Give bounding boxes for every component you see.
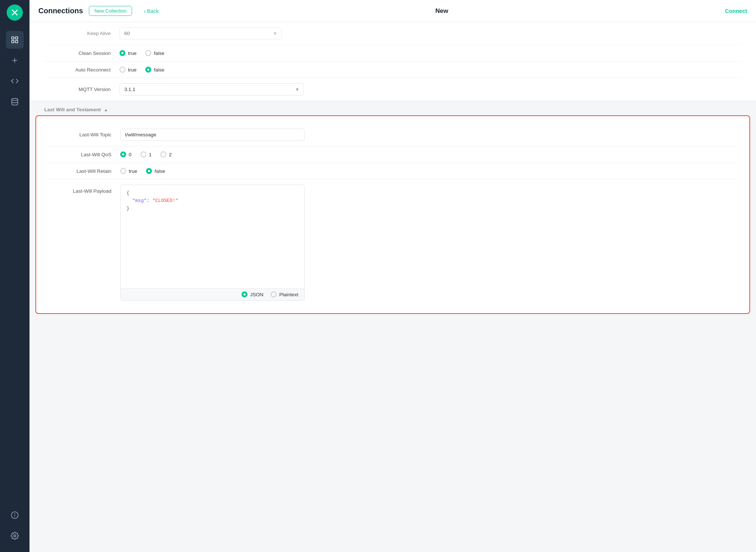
content-area: Keep Alive 60 ▼ Clean Session tru — [30, 22, 756, 552]
mqtt-version-select[interactable]: 3.1.1 5.0 3.1 — [119, 83, 304, 95]
lwt-qos-2-radio[interactable] — [160, 151, 166, 157]
topbar: Connections New Collection ‹ Back New Co… — [30, 0, 756, 22]
main-area: Connections New Collection ‹ Back New Co… — [30, 0, 756, 552]
lwt-topic-input[interactable] — [120, 129, 305, 141]
auto-reconnect-true-radio[interactable] — [119, 67, 125, 73]
payload-format-footer: JSON Plaintext — [121, 288, 304, 300]
lwt-qos-2-label: 2 — [169, 152, 172, 157]
topbar-center: New — [159, 7, 725, 15]
clean-session-label: Clean Session — [44, 50, 111, 56]
svg-rect-0 — [12, 37, 14, 39]
auto-reconnect-false[interactable]: false — [145, 67, 164, 73]
sidebar-item-info[interactable] — [6, 506, 24, 524]
lwt-payload-label: Last-Will Payload — [45, 185, 111, 194]
svg-point-10 — [14, 535, 16, 537]
auto-reconnect-false-radio[interactable] — [145, 67, 151, 73]
lwt-qos-control: 0 1 2 — [120, 151, 741, 157]
keep-alive-row: Keep Alive 60 ▼ — [44, 22, 741, 45]
mqtt-version-dropdown-wrap: 3.1.1 5.0 3.1 ▼ — [119, 83, 304, 95]
mqtt-version-label: MQTT Version — [44, 87, 111, 92]
new-collection-button[interactable]: New Collection — [89, 6, 132, 16]
svg-rect-1 — [15, 37, 18, 39]
lwt-retain-true-radio[interactable] — [120, 168, 126, 174]
format-plaintext-label: Plaintext — [279, 292, 298, 297]
connect-button[interactable]: Connect — [725, 8, 747, 14]
sidebar-item-data[interactable] — [6, 93, 24, 111]
top-partial-section: Keep Alive 60 ▼ Clean Session tru — [30, 22, 756, 101]
lwt-topic-row: Last-Will Topic — [45, 123, 741, 146]
lwt-qos-0-label: 0 — [129, 152, 132, 157]
format-plaintext[interactable]: Plaintext — [271, 291, 298, 297]
format-json[interactable]: JSON — [242, 291, 263, 297]
lwt-payload-control: { "msg": "CLOSED!" } JSON Plainte — [120, 185, 741, 301]
lwt-collapse-icon[interactable]: ▲ — [104, 108, 108, 112]
code-line-1: { — [126, 189, 298, 197]
auto-reconnect-true-label: true — [128, 67, 136, 73]
lwt-qos-0[interactable]: 0 — [120, 151, 132, 157]
clean-session-true-label: true — [128, 50, 136, 56]
sidebar-item-add[interactable] — [6, 52, 24, 69]
clean-session-true-radio[interactable] — [119, 50, 125, 56]
sidebar-item-connections[interactable] — [6, 31, 24, 49]
lwt-retain-true-label: true — [129, 168, 137, 174]
lwt-qos-1-label: 1 — [149, 152, 152, 157]
clean-session-true[interactable]: true — [119, 50, 136, 56]
page-title: New — [435, 7, 448, 15]
lwt-payload-row: Last-Will Payload { "msg": "CLOSED!" } J… — [45, 179, 741, 306]
lwt-qos-0-radio[interactable] — [120, 151, 126, 157]
lwt-section-title: Last Will and Testament — [44, 107, 101, 112]
keep-alive-select[interactable]: 60 — [119, 27, 282, 39]
auto-reconnect-row: Auto Reconnect true false — [44, 62, 741, 78]
sidebar-item-settings[interactable] — [6, 527, 24, 545]
lwt-retain-control: true false — [120, 168, 741, 174]
lwt-section-header: Last Will and Testament ▲ — [30, 101, 756, 115]
mqtt-version-row: MQTT Version 3.1.1 5.0 3.1 ▼ — [44, 78, 741, 101]
mqtt-version-control: 3.1.1 5.0 3.1 ▼ — [119, 83, 741, 95]
lwt-retain-label: Last-Will Retain — [45, 168, 111, 174]
back-chevron-icon: ‹ — [144, 8, 146, 14]
lwt-retain-row: Last-Will Retain true false — [45, 163, 741, 179]
lwt-qos-1[interactable]: 1 — [141, 151, 152, 157]
lwt-section-box: Last-Will Topic Last-Will QoS 0 1 — [35, 115, 750, 314]
code-line-3: } — [126, 205, 298, 213]
lwt-qos-2[interactable]: 2 — [160, 151, 172, 157]
clean-session-false-radio[interactable] — [145, 50, 151, 56]
sidebar — [0, 0, 30, 552]
back-button[interactable]: ‹ Back — [144, 8, 159, 14]
lwt-topic-label: Last-Will Topic — [45, 132, 111, 137]
lwt-qos-1-radio[interactable] — [141, 151, 146, 157]
clean-session-row: Clean Session true false — [44, 45, 741, 62]
lwt-retain-false-radio[interactable] — [146, 168, 152, 174]
code-line-2: "msg": "CLOSED!" — [126, 197, 298, 205]
lwt-qos-label: Last-Will QoS — [45, 152, 111, 157]
format-json-radio[interactable] — [242, 291, 247, 297]
lwt-qos-row: Last-Will QoS 0 1 2 — [45, 146, 741, 163]
lwt-retain-false-label: false — [155, 168, 165, 174]
back-label: Back — [147, 8, 159, 14]
auto-reconnect-true[interactable]: true — [119, 67, 136, 73]
lwt-retain-true[interactable]: true — [120, 168, 137, 174]
lwt-payload-editor[interactable]: { "msg": "CLOSED!" } — [121, 185, 304, 288]
keep-alive-label: Keep Alive — [44, 31, 111, 36]
format-json-label: JSON — [250, 292, 263, 297]
format-plaintext-radio[interactable] — [271, 291, 277, 297]
lwt-retain-false[interactable]: false — [146, 168, 165, 174]
sidebar-item-code[interactable] — [6, 72, 24, 90]
auto-reconnect-control: true false — [119, 67, 741, 73]
lwt-topic-control — [120, 129, 741, 141]
app-logo[interactable] — [7, 4, 23, 21]
svg-point-6 — [12, 98, 18, 101]
svg-rect-2 — [12, 41, 14, 43]
clean-session-false-label: false — [154, 50, 164, 56]
auto-reconnect-false-label: false — [154, 67, 164, 73]
auto-reconnect-label: Auto Reconnect — [44, 67, 111, 73]
lwt-payload-editor-wrap: { "msg": "CLOSED!" } JSON Plainte — [120, 185, 305, 301]
clean-session-false[interactable]: false — [145, 50, 164, 56]
svg-rect-3 — [15, 41, 18, 43]
connections-title: Connections — [38, 7, 83, 15]
clean-session-control: true false — [119, 50, 741, 56]
keep-alive-dropdown-wrap: 60 ▼ — [119, 27, 282, 39]
